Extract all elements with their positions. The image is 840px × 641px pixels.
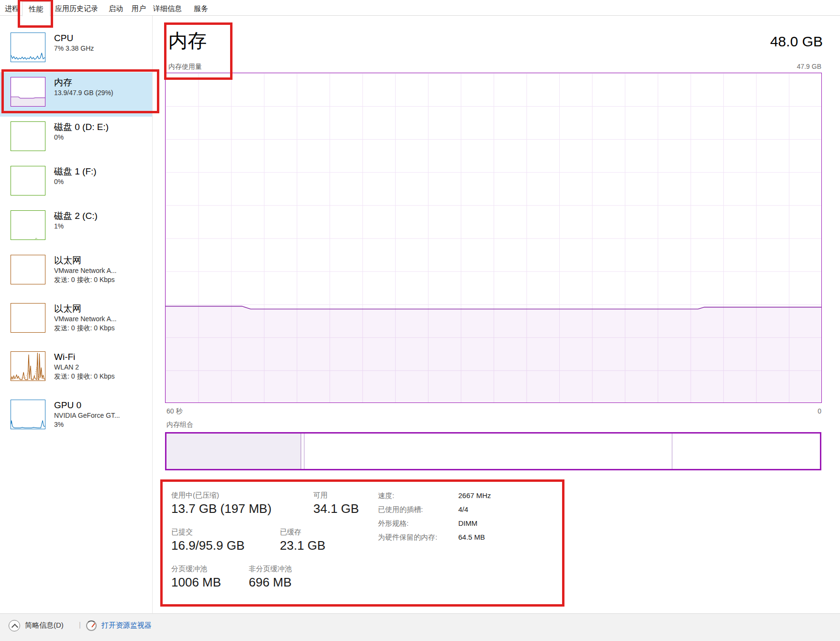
detail-row-speed: 速度: 2667 MHz: [378, 491, 491, 505]
sidebar-item-stat: 发送: 0 接收: 0 Kbps: [54, 275, 152, 284]
detail-row-form-factor: 外形规格: DIMM: [378, 519, 491, 533]
stat-value: 696 MB: [249, 574, 292, 591]
stat-label: 非分页缓冲池: [249, 564, 292, 574]
sidebar-item-cpu[interactable]: CPU 7% 3.38 GHz: [0, 28, 152, 72]
gpu-graph-thumbnail: [11, 400, 45, 429]
detail-label: 已使用的插槽:: [378, 505, 458, 514]
sidebar-item-disk1[interactable]: 磁盘 1 (F:) 0%: [0, 161, 152, 206]
disk2-graph-thumbnail: [11, 210, 45, 240]
tab-bar: 进程 性能 应用历史记录 启动 用户 详细信息 服务: [0, 0, 840, 16]
stat-available: 可用 34.1 GB: [313, 490, 359, 517]
x-axis-right-label: 0: [818, 407, 821, 415]
stat-label: 可用: [313, 490, 359, 500]
footer-bar: 简略信息(D) | 打开资源监视器: [0, 613, 840, 641]
tab-services[interactable]: 服务: [194, 4, 208, 13]
stat-value: 34.1 GB: [313, 500, 359, 517]
sidebar-item-title: 以太网: [54, 303, 152, 315]
detail-value: DIMM: [458, 519, 477, 527]
y-axis-max-label: 47.9 GB: [797, 63, 821, 70]
tab-details[interactable]: 详细信息: [153, 4, 182, 13]
detail-row-slots: 已使用的插槽: 4/4: [378, 505, 491, 519]
detail-row-hw-reserved: 为硬件保留的内存: 64.5 MB: [378, 533, 491, 547]
sidebar-item-title: 以太网: [54, 255, 152, 266]
chevron-up-icon[interactable]: [9, 620, 20, 631]
sidebar-item-gpu[interactable]: GPU 0 NVIDIA GeForce GT... 3%: [0, 395, 152, 443]
stat-non-paged-pool: 非分页缓冲池 696 MB: [249, 564, 292, 591]
tab-app-history[interactable]: 应用历史记录: [55, 4, 98, 13]
sidebar-item-disk0[interactable]: 磁盘 0 (D: E:) 0%: [0, 117, 152, 161]
sidebar-item-disk2[interactable]: 磁盘 2 (C:) 1%: [0, 206, 152, 250]
hardware-details: 速度: 2667 MHz 已使用的插槽: 4/4 外形规格: DIMM 为硬件保…: [378, 491, 491, 547]
tab-users[interactable]: 用户: [132, 4, 146, 13]
fewer-details-toggle[interactable]: 简略信息(D): [25, 621, 64, 630]
sidebar-item-title: 磁盘 0 (D: E:): [54, 121, 152, 133]
sidebar-item-stat: 0%: [54, 133, 152, 142]
memory-usage-graph-label: 内存使用量: [168, 63, 202, 71]
sidebar-item-title: 内存: [54, 77, 152, 88]
detail-value: 4/4: [458, 505, 468, 513]
sidebar-item-title: Wi-Fi: [54, 351, 152, 363]
open-resource-monitor-link[interactable]: 打开资源监视器: [101, 621, 152, 630]
tab-startup[interactable]: 启动: [109, 4, 123, 13]
composition-divider-1: [304, 434, 305, 469]
stat-value: 1006 MB: [171, 574, 221, 591]
stat-value: 16.9/95.9 GB: [171, 537, 244, 554]
memory-total: 48.0 GB: [770, 33, 823, 50]
composition-divider-2: [672, 434, 673, 469]
footer-separator: |: [79, 620, 81, 629]
sidebar-item-title: GPU 0: [54, 400, 152, 411]
memory-graph-thumbnail: [11, 77, 45, 107]
ethernet1-graph-thumbnail: [11, 255, 45, 284]
detail-label: 外形规格:: [378, 519, 458, 528]
sidebar-item-title: 磁盘 1 (F:): [54, 166, 152, 177]
tab-performance[interactable]: 性能: [22, 1, 50, 16]
resource-monitor-icon[interactable]: [86, 620, 97, 631]
detail-label: 为硬件保留的内存:: [378, 533, 458, 542]
memory-composition-label: 内存组合: [166, 421, 193, 429]
sidebar-item-adapter: VMware Network A...: [54, 315, 152, 324]
memory-composition-bar: [165, 432, 821, 470]
wifi-graph-thumbnail: [11, 351, 45, 381]
stat-in-use: 使用中(已压缩) 13.7 GB (197 MB): [171, 490, 272, 517]
tab-processes[interactable]: 进程: [5, 4, 19, 13]
detail-value: 64.5 MB: [458, 533, 485, 541]
sidebar-item-stat: 发送: 0 接收: 0 Kbps: [54, 372, 152, 381]
disk0-graph-thumbnail: [11, 121, 45, 151]
sidebar-item-adapter: WLAN 2: [54, 363, 152, 372]
sidebar-item-title: CPU: [54, 33, 152, 44]
sidebar-item-ethernet-2[interactable]: 以太网 VMware Network A... 发送: 0 接收: 0 Kbps: [0, 298, 152, 347]
stat-label: 分页缓冲池: [171, 564, 221, 574]
sidebar-item-wifi[interactable]: Wi-Fi WLAN 2 发送: 0 接收: 0 Kbps: [0, 347, 152, 395]
sidebar-item-stat: 3%: [54, 420, 152, 429]
performance-sidebar: CPU 7% 3.38 GHz 内存 13.9/47.9 GB (29%) 磁盘…: [0, 16, 153, 613]
sidebar-item-stat: 发送: 0 接收: 0 Kbps: [54, 324, 152, 333]
stat-paged-pool: 分页缓冲池 1006 MB: [171, 564, 221, 591]
stat-cached: 已缓存 23.1 GB: [280, 527, 325, 554]
sidebar-item-adapter: VMware Network A...: [54, 266, 152, 275]
stat-committed: 已提交 16.9/95.9 GB: [171, 527, 244, 554]
page-title: 内存: [168, 28, 207, 54]
ethernet2-graph-thumbnail: [11, 303, 45, 333]
sidebar-item-stat: 13.9/47.9 GB (29%): [54, 88, 152, 98]
detail-value: 2667 MHz: [458, 491, 491, 500]
sidebar-item-title: 磁盘 2 (C:): [54, 210, 152, 222]
stat-label: 已提交: [171, 527, 244, 537]
stat-label: 已缓存: [280, 527, 325, 537]
composition-in-use-segment: [166, 434, 301, 469]
cpu-graph-thumbnail: [11, 33, 45, 62]
stat-value: 23.1 GB: [280, 537, 325, 554]
sidebar-item-stat: 1%: [54, 222, 152, 231]
x-axis-left-label: 60 秒: [166, 407, 182, 416]
disk1-graph-thumbnail: [11, 166, 45, 196]
memory-usage-area: [166, 73, 821, 402]
sidebar-item-ethernet-1[interactable]: 以太网 VMware Network A... 发送: 0 接收: 0 Kbps: [0, 250, 152, 298]
detail-label: 速度:: [378, 491, 458, 500]
sidebar-item-stat: 0%: [54, 177, 152, 186]
sidebar-item-memory[interactable]: 内存 13.9/47.9 GB (29%): [0, 72, 152, 117]
stat-label: 使用中(已压缩): [171, 490, 272, 500]
sidebar-item-stat: 7% 3.38 GHz: [54, 44, 152, 53]
stat-value: 13.7 GB (197 MB): [171, 500, 272, 517]
memory-usage-graph: [165, 73, 822, 403]
sidebar-item-adapter: NVIDIA GeForce GT...: [54, 411, 152, 420]
